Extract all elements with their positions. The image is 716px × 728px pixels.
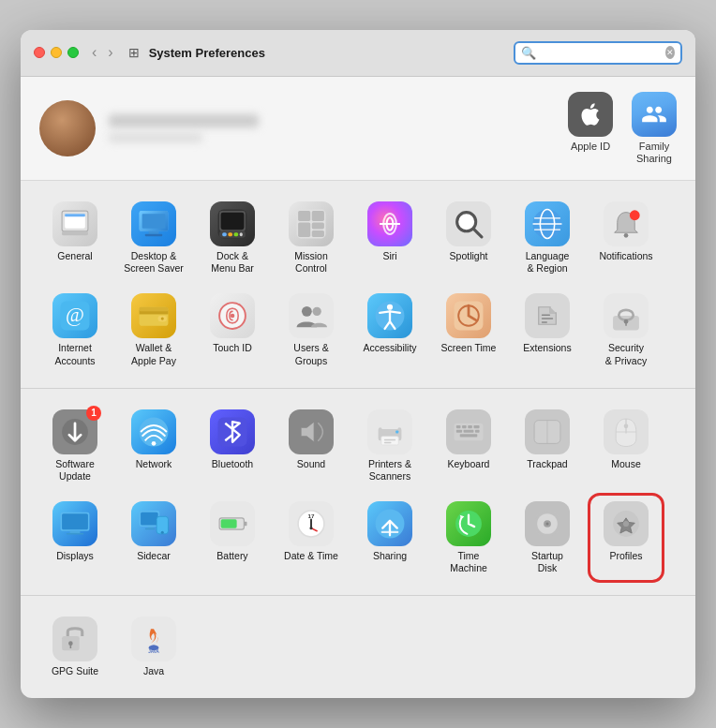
svg-point-44 bbox=[302, 306, 312, 317]
svg-rect-8 bbox=[145, 234, 163, 236]
general-label: General bbox=[57, 250, 92, 262]
printers-label: Printers &Scanners bbox=[368, 458, 411, 483]
svg-point-34 bbox=[630, 210, 640, 220]
pref-desktop[interactable]: Desktop &Screen Saver bbox=[118, 196, 189, 280]
bluetooth-label: Bluetooth bbox=[212, 458, 253, 470]
pref-bluetooth[interactable]: Bluetooth bbox=[197, 404, 268, 488]
system-preferences-window: ‹ › ⊞ System Preferences 🔍 ✕ bbox=[21, 30, 695, 699]
svg-rect-70 bbox=[456, 425, 461, 428]
pref-screentime[interactable]: Screen Time bbox=[433, 288, 504, 372]
sharing-label: Sharing bbox=[373, 550, 407, 562]
pref-displays[interactable]: Displays bbox=[39, 496, 111, 580]
pref-users[interactable]: Users &Groups bbox=[276, 288, 347, 372]
pref-security[interactable]: Security& Privacy bbox=[590, 288, 662, 372]
pref-timemachine[interactable]: TimeMachine bbox=[433, 496, 504, 580]
profile-left[interactable] bbox=[39, 100, 259, 156]
back-button[interactable]: ‹ bbox=[88, 43, 100, 62]
pref-dock[interactable]: Dock &Menu Bar bbox=[197, 196, 268, 280]
minimize-button[interactable] bbox=[51, 47, 62, 58]
pref-internet[interactable]: @ InternetAccounts bbox=[39, 288, 111, 372]
bluetooth-icon bbox=[210, 409, 255, 454]
pref-datetime[interactable]: 17 Date & Time bbox=[276, 496, 347, 580]
trackpad-label: Trackpad bbox=[527, 458, 567, 470]
pref-touchid[interactable]: Touch ID bbox=[197, 288, 268, 372]
apple-id-label: Apple ID bbox=[571, 141, 610, 153]
grid-icon[interactable]: ⊞ bbox=[128, 45, 140, 60]
sound-icon bbox=[289, 409, 334, 454]
pref-sound[interactable]: Sound bbox=[276, 404, 347, 488]
family-sharing-item[interactable]: FamilySharing bbox=[632, 92, 677, 165]
profile-section: Apple ID FamilySharing bbox=[21, 77, 695, 181]
svg-rect-90 bbox=[145, 528, 156, 530]
svg-rect-86 bbox=[67, 533, 84, 535]
other-section: GPG Suite JAVA Java bbox=[21, 596, 695, 698]
screentime-icon bbox=[446, 293, 491, 338]
touchid-icon bbox=[210, 293, 255, 338]
pref-startupdisk[interactable]: StartupDisk bbox=[512, 496, 583, 580]
svg-point-45 bbox=[313, 307, 321, 316]
datetime-icon: 17 bbox=[289, 501, 334, 546]
forward-button[interactable]: › bbox=[104, 43, 116, 62]
pref-profiles[interactable]: Profiles bbox=[590, 496, 662, 580]
search-input[interactable] bbox=[540, 46, 662, 59]
pref-notifications[interactable]: Notifications bbox=[590, 196, 662, 280]
keyboard-label: Keyboard bbox=[448, 458, 490, 470]
pref-gpgsuite[interactable]: GPG Suite bbox=[39, 611, 111, 683]
internet-icon: @ bbox=[52, 293, 97, 338]
notifications-icon bbox=[604, 201, 649, 246]
close-button[interactable] bbox=[34, 47, 45, 58]
svg-rect-1 bbox=[62, 231, 88, 236]
mouse-icon bbox=[604, 409, 649, 454]
pref-spotlight[interactable]: Spotlight bbox=[433, 196, 504, 280]
pref-java[interactable]: JAVA Java bbox=[118, 611, 189, 683]
pref-mission[interactable]: MissionControl bbox=[276, 196, 347, 280]
profile-name bbox=[109, 114, 259, 127]
pref-accessibility[interactable]: Accessibility bbox=[354, 288, 425, 372]
pref-language[interactable]: Language& Region bbox=[512, 196, 583, 280]
pref-siri[interactable]: Siri bbox=[354, 196, 425, 280]
svg-rect-11 bbox=[221, 213, 245, 230]
sidecar-label: Sidecar bbox=[137, 550, 171, 562]
displays-label: Displays bbox=[56, 550, 94, 562]
desktop-icon bbox=[131, 201, 176, 246]
pref-battery[interactable]: Battery bbox=[197, 496, 268, 580]
svg-rect-19 bbox=[312, 211, 324, 221]
apple-id-item[interactable]: Apple ID bbox=[568, 92, 613, 165]
pref-extensions[interactable]: Extensions bbox=[512, 288, 583, 372]
svg-rect-84 bbox=[62, 513, 88, 529]
svg-rect-85 bbox=[70, 531, 81, 533]
general-icon bbox=[52, 201, 97, 246]
hardware-section: 1 SoftwareUpdate Network bbox=[21, 389, 695, 597]
pref-wallet[interactable]: Wallet &Apple Pay bbox=[118, 288, 189, 372]
touchid-label: Touch ID bbox=[213, 342, 251, 354]
pref-printers[interactable]: Printers &Scanners bbox=[354, 404, 425, 488]
titlebar: ‹ › ⊞ System Preferences 🔍 ✕ bbox=[21, 30, 695, 77]
security-label: Security& Privacy bbox=[605, 342, 647, 366]
svg-rect-13 bbox=[222, 232, 227, 236]
spotlight-icon bbox=[446, 201, 491, 246]
family-sharing-icon bbox=[632, 92, 677, 137]
svg-rect-7 bbox=[149, 231, 159, 234]
pref-software-update[interactable]: 1 SoftwareUpdate bbox=[39, 404, 111, 488]
fullscreen-button[interactable] bbox=[67, 47, 79, 58]
svg-point-109 bbox=[623, 521, 629, 527]
pref-network[interactable]: Network bbox=[118, 404, 189, 488]
security-icon bbox=[604, 293, 649, 338]
pref-trackpad[interactable]: Trackpad bbox=[512, 404, 583, 488]
profile-info bbox=[109, 114, 259, 142]
svg-text:JAVA: JAVA bbox=[148, 650, 159, 655]
pref-general[interactable]: General bbox=[39, 196, 111, 280]
svg-rect-39 bbox=[140, 307, 169, 312]
svg-rect-22 bbox=[312, 230, 324, 237]
search-clear-button[interactable]: ✕ bbox=[665, 46, 675, 59]
svg-point-41 bbox=[161, 318, 164, 320]
timemachine-icon bbox=[446, 501, 491, 546]
pref-mouse[interactable]: Mouse bbox=[590, 404, 662, 488]
svg-rect-88 bbox=[141, 513, 158, 526]
pref-keyboard[interactable]: Keyboard bbox=[433, 404, 504, 488]
pref-sidecar[interactable]: Sidecar bbox=[118, 496, 189, 580]
personal-section: General bbox=[21, 181, 695, 389]
svg-rect-15 bbox=[234, 232, 239, 236]
search-box[interactable]: 🔍 ✕ bbox=[514, 41, 682, 65]
pref-sharing[interactable]: Sharing bbox=[354, 496, 425, 580]
